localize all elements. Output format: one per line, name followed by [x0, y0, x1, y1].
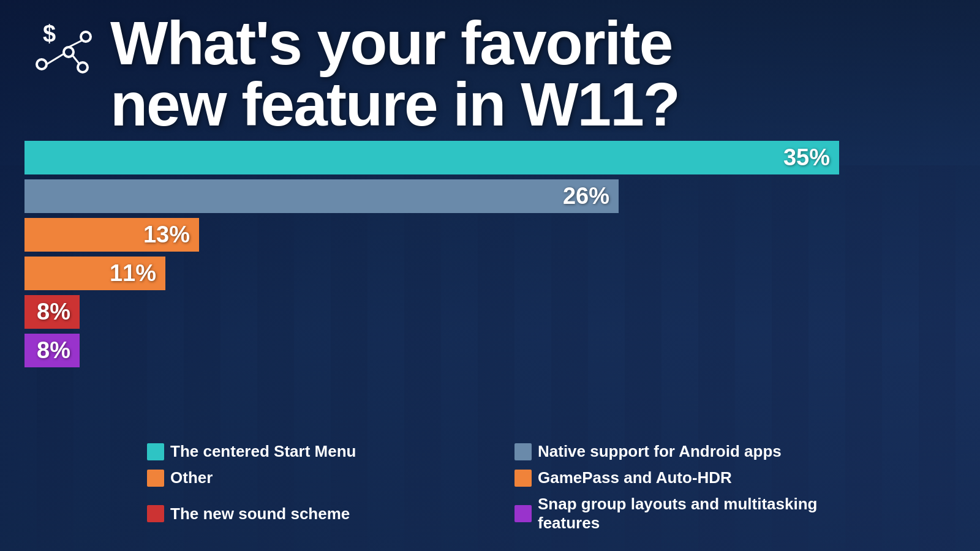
bar-1-label: 35% — [783, 144, 830, 171]
bar-row-4: 11% — [24, 257, 956, 290]
bar-3-label: 13% — [143, 222, 190, 248]
legend-text-4: GamePass and Auto-HDR — [538, 468, 732, 487]
bar-6-label: 8% — [37, 337, 70, 364]
legend-text-2: Native support for Android apps — [538, 442, 782, 461]
bar-2-label: 26% — [563, 183, 609, 209]
bar-5-label: 8% — [37, 299, 70, 325]
title-line1: What's your favorite — [110, 9, 672, 77]
legend-color-4 — [514, 470, 532, 487]
bar-4-label: 11% — [110, 260, 156, 287]
bars-section: 35% 26% 13% 11% 8% 8% — [24, 141, 956, 433]
svg-line-6 — [69, 40, 82, 47]
title-area: What's your favorite new feature in W11? — [110, 12, 956, 135]
legend-item-1: The centered Start Menu — [147, 442, 466, 461]
legend-item-5: The new sound scheme — [147, 495, 466, 533]
bar-4-fill: 11% — [24, 257, 165, 290]
chart-title: What's your favorite new feature in W11? — [110, 12, 956, 135]
bar-row-1: 35% — [24, 141, 956, 174]
svg-line-7 — [72, 55, 80, 64]
bar-row-6: 8% — [24, 334, 956, 367]
legend-item-4: GamePass and Auto-HDR — [514, 468, 833, 487]
bar-3-fill: 13% — [24, 218, 199, 252]
legend-item-3: Other — [147, 468, 466, 487]
title-line2: new feature in W11? — [110, 70, 679, 138]
bar-5-fill: 8% — [24, 295, 80, 329]
bar-row-3: 13% — [24, 218, 956, 252]
legend-color-2 — [514, 443, 532, 460]
legend-color-5 — [147, 505, 164, 522]
bar-row-5: 8% — [24, 295, 956, 329]
legend-item-2: Native support for Android apps — [514, 442, 833, 461]
legend-color-6 — [514, 505, 532, 522]
legend-item-6: Snap group layouts and multitasking feat… — [514, 495, 833, 533]
icon-area: $ — [24, 18, 98, 94]
bar-6-fill: 8% — [24, 334, 80, 367]
main-content: $ What's your favorite new feature in W1… — [0, 0, 980, 551]
svg-point-3 — [81, 32, 91, 42]
svg-text:$: $ — [43, 21, 56, 47]
legend-section: The centered Start Menu Native support f… — [24, 433, 956, 539]
legend-text-6: Snap group layouts and multitasking feat… — [538, 495, 833, 533]
svg-line-5 — [47, 54, 64, 64]
svg-point-1 — [37, 59, 47, 69]
header: $ What's your favorite new feature in W1… — [24, 12, 956, 135]
legend-text-3: Other — [170, 468, 213, 487]
legend-text-5: The new sound scheme — [170, 504, 350, 523]
analytics-icon: $ — [24, 18, 98, 92]
bar-1-fill: 35% — [24, 141, 839, 174]
legend-text-1: The centered Start Menu — [170, 442, 356, 461]
legend-color-3 — [147, 470, 164, 487]
bar-2-fill: 26% — [24, 179, 619, 213]
bar-row-2: 26% — [24, 179, 956, 213]
legend-color-1 — [147, 443, 164, 460]
